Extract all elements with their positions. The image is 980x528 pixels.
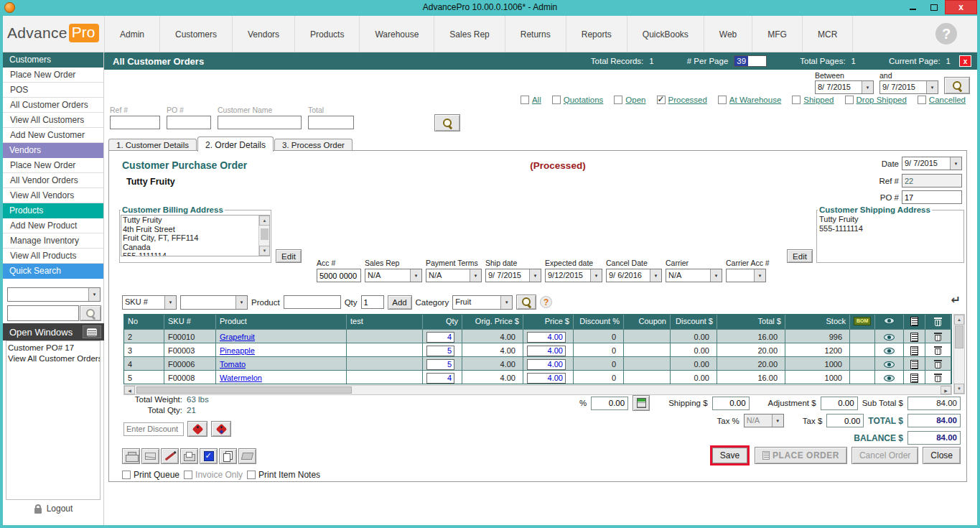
filter-shipped[interactable]: Shipped <box>792 96 834 104</box>
order-search-button[interactable] <box>434 114 460 131</box>
sidebar-item-all-customer-orders[interactable]: All Customer Orders <box>3 98 103 113</box>
notes-icon[interactable] <box>910 317 918 326</box>
qty-input[interactable] <box>361 295 384 309</box>
nav-item-admin[interactable]: Admin <box>104 16 160 52</box>
trash-icon[interactable] <box>934 359 942 369</box>
save-button[interactable]: Save <box>712 448 747 463</box>
price-cell-input[interactable]: 4.00 <box>527 346 566 356</box>
print-option-print-queue[interactable]: Print Queue <box>122 470 179 480</box>
table-vertical-scrollbar[interactable] <box>953 314 965 394</box>
checkbox-shipped[interactable] <box>792 96 801 104</box>
qty-cell-input[interactable]: 5 <box>426 359 454 370</box>
apply-discount-button[interactable] <box>187 421 207 437</box>
filter-drop-shipped[interactable]: Drop Shipped <box>845 96 907 104</box>
nav-item-web[interactable]: Web <box>704 16 752 52</box>
trash-icon[interactable] <box>934 373 942 383</box>
checkbox-at-warehouse[interactable] <box>718 96 727 104</box>
open-window-item-customer-po-17[interactable]: Customer PO# 17 <box>8 343 100 353</box>
po-number-input[interactable] <box>902 190 962 204</box>
price-cell-input[interactable]: 4.00 <box>527 373 566 384</box>
nav-item-warehouse[interactable]: Warehouse <box>360 16 434 52</box>
filter-cancelled[interactable]: Cancelled <box>918 96 966 104</box>
close-order-button[interactable]: Close <box>923 447 961 464</box>
scroll-thumb[interactable] <box>136 386 352 394</box>
filter-at-warehouse[interactable]: At Warehouse <box>718 96 781 104</box>
ref-number-input[interactable] <box>902 174 962 187</box>
qty-cell-input[interactable]: 4 <box>426 373 454 384</box>
field-input-acc[interactable] <box>317 269 361 282</box>
nav-item-customers[interactable]: Customers <box>160 16 233 52</box>
sidebar-item-add-new-customer[interactable]: Add New Customer <box>3 128 103 143</box>
eye-icon[interactable] <box>884 375 895 381</box>
discount-pct-input[interactable] <box>591 397 628 410</box>
product-link[interactable]: Pineapple <box>220 346 255 355</box>
quick-search-input[interactable] <box>7 305 79 321</box>
field-select-carrier[interactable]: N/A <box>666 269 722 282</box>
help-button[interactable]: ? <box>935 23 957 45</box>
sidebar-item-all-vendor-orders[interactable]: All Vendor Orders <box>3 173 103 188</box>
field-select-expected-date[interactable]: 9/12/2015 <box>545 269 602 282</box>
checkbox-open[interactable] <box>614 96 622 104</box>
field-select-payment-terms[interactable]: N/A <box>426 269 482 282</box>
filter-quotations[interactable]: Quotations <box>552 96 604 104</box>
notes-icon[interactable] <box>910 374 918 383</box>
cancel-order-button[interactable]: Cancel Order <box>851 447 918 464</box>
stamp-button[interactable] <box>238 448 256 464</box>
help-icon[interactable]: ? <box>540 296 552 308</box>
edit-billing-button[interactable]: Edit <box>276 249 302 263</box>
per-page-input[interactable]: 39 <box>734 55 767 67</box>
quick-search-select[interactable] <box>7 287 101 302</box>
nav-item-vendors[interactable]: Vendors <box>233 16 295 52</box>
filter-search-button[interactable] <box>944 77 970 94</box>
pen-button[interactable] <box>161 448 179 464</box>
scroll-up-icon[interactable] <box>259 216 270 226</box>
shipping-input[interactable] <box>712 397 750 410</box>
field-select-ship-date[interactable]: 9/ 7/2015 <box>485 269 541 282</box>
remove-discount-button[interactable] <box>211 421 231 437</box>
product-link[interactable]: Grapefruit <box>220 333 255 341</box>
maximize-button[interactable] <box>923 0 945 14</box>
sidebar-item-view-all-products[interactable]: View All Products <box>3 249 103 264</box>
sidebar-item-view-all-vendors[interactable]: View All Vendors <box>3 188 103 203</box>
place-order-button[interactable]: PLACE ORDER <box>755 447 847 464</box>
sku-value-select[interactable] <box>180 295 248 310</box>
checkbox-cancelled[interactable] <box>918 96 926 104</box>
enter-discount-input[interactable] <box>123 422 184 436</box>
add-button[interactable]: Add <box>388 295 412 310</box>
open-windows-list-button[interactable] <box>83 325 101 338</box>
qty-cell-input[interactable]: 4 <box>426 332 454 343</box>
qty-cell-input[interactable]: 5 <box>426 346 454 356</box>
sidebar-item-manage-inventory[interactable]: Manage Inventory <box>3 233 103 249</box>
print-option-invoice-only[interactable]: Invoice Only <box>184 470 243 480</box>
sidebar-item-place-new-order[interactable]: Place New Order <box>3 158 103 173</box>
sidebar-section-vendors[interactable]: Vendors <box>3 143 103 158</box>
category-select[interactable]: Fruit <box>452 295 513 310</box>
logout-button[interactable]: Logout <box>3 504 104 514</box>
scroll-down-icon[interactable] <box>954 384 964 394</box>
checkbox-all[interactable] <box>521 96 529 104</box>
copy-button[interactable] <box>219 448 237 464</box>
notes-icon[interactable] <box>910 333 918 342</box>
print-option-print-item-notes[interactable]: Print Item Notes <box>247 470 320 480</box>
checkbox-drop-shipped[interactable] <box>845 96 854 104</box>
checkbox-quotations[interactable] <box>552 96 561 104</box>
adjustment-input[interactable] <box>821 397 858 410</box>
table-horizontal-scrollbar[interactable] <box>123 385 952 395</box>
filter-processed[interactable]: Processed <box>657 96 707 104</box>
order-date-select[interactable]: 9/ 7/2015 <box>902 157 962 170</box>
edit-shipping-button[interactable]: Edit <box>787 249 813 263</box>
trash-icon[interactable] <box>934 332 942 342</box>
nav-item-quickbooks[interactable]: QuickBooks <box>627 16 704 52</box>
scroll-thumb[interactable] <box>261 228 269 240</box>
checkbox-invoice-only[interactable] <box>184 471 192 479</box>
product-link[interactable]: Tomato <box>220 360 246 369</box>
sidebar-item-pos[interactable]: POS <box>3 83 103 98</box>
tab-2-order-details[interactable]: 2. Order Details <box>197 136 274 152</box>
sidebar-section-quick-search[interactable]: Quick Search <box>3 264 103 279</box>
product-link[interactable]: Watermelon <box>220 374 262 382</box>
eye-icon[interactable] <box>884 348 895 354</box>
search-input-total[interactable] <box>308 116 354 129</box>
check-button[interactable] <box>200 448 218 464</box>
eye-icon[interactable] <box>884 334 895 341</box>
tax-pct-select[interactable]: N/A <box>744 414 784 427</box>
